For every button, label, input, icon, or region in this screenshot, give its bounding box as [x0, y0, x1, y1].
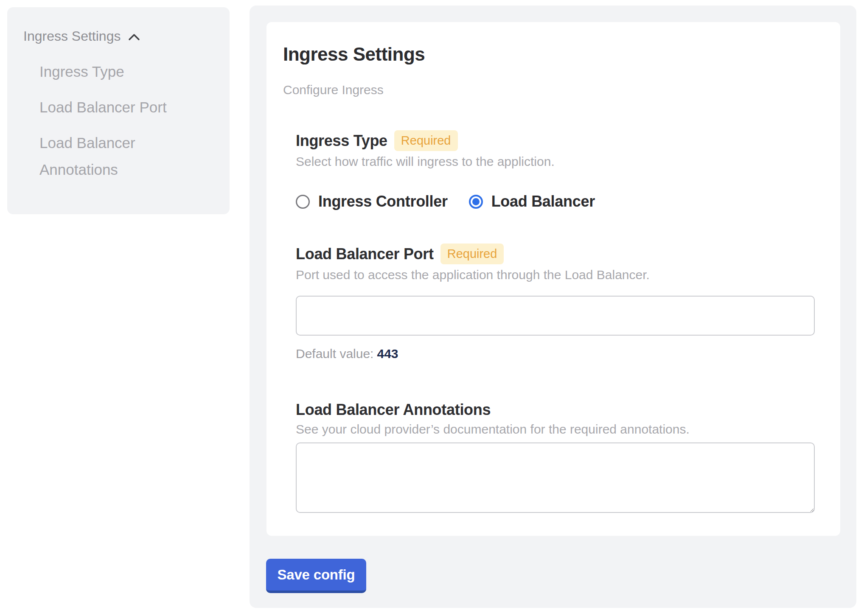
page-title: Ingress Settings: [283, 44, 815, 65]
field-load-balancer-annotations-head: Load Balancer Annotations: [296, 401, 815, 419]
field-ingress-type-description: Select how traffic will ingress to the a…: [296, 154, 815, 169]
radio-option-label: Load Balancer: [491, 193, 595, 210]
default-value-number: 443: [377, 347, 398, 361]
radio-option-label: Ingress Controller: [318, 193, 448, 210]
save-config-button[interactable]: Save config: [266, 559, 366, 593]
ingress-settings-panel: Ingress Settings Configure Ingress Ingre…: [250, 6, 856, 608]
ingress-type-radio-group: Ingress Controller Load Balancer: [296, 193, 815, 210]
sidebar-item-load-balancer-port[interactable]: Load Balancer Port: [39, 94, 171, 120]
sidebar-item-ingress-type[interactable]: Ingress Type: [39, 58, 171, 85]
required-badge: Required: [440, 244, 504, 264]
sidebar-item-load-balancer-annotations[interactable]: Load Balancer Annotations: [39, 129, 171, 183]
radio-dot: [472, 198, 480, 205]
default-value-label: Default value:: [296, 347, 373, 361]
field-ingress-type-head: Ingress Type Required: [296, 130, 815, 151]
field-load-balancer-port-description: Port used to access the application thro…: [296, 268, 815, 282]
field-ingress-type: Ingress Type Required Select how traffic…: [296, 130, 815, 210]
radio-unchecked-icon: [296, 195, 310, 209]
field-ingress-type-label: Ingress Type: [296, 132, 387, 150]
field-load-balancer-annotations-label: Load Balancer Annotations: [296, 401, 491, 419]
radio-checked-icon: [469, 195, 483, 209]
field-load-balancer-port-label: Load Balancer Port: [296, 245, 434, 263]
radio-option-ingress-controller[interactable]: Ingress Controller: [296, 193, 448, 210]
page-subtitle: Configure Ingress: [283, 83, 815, 97]
form-sections: Ingress Type Required Select how traffic…: [296, 130, 815, 513]
settings-sidebar: Ingress Settings Ingress Type Load Balan…: [7, 7, 230, 214]
required-badge: Required: [394, 130, 458, 151]
load-balancer-port-input[interactable]: [296, 296, 815, 336]
sidebar-group-label: Ingress Settings: [23, 28, 121, 45]
sidebar-item-list: Ingress Type Load Balancer Port Load Bal…: [23, 58, 217, 183]
radio-option-load-balancer[interactable]: Load Balancer: [469, 193, 595, 210]
field-load-balancer-port-head: Load Balancer Port Required: [296, 244, 815, 264]
sidebar-group-ingress-settings[interactable]: Ingress Settings: [23, 28, 217, 45]
chevron-up-icon: [128, 31, 140, 41]
field-load-balancer-annotations: Load Balancer Annotations See your cloud…: [296, 401, 815, 513]
ingress-settings-card: Ingress Settings Configure Ingress Ingre…: [266, 22, 840, 536]
default-value-line: Default value:443: [296, 347, 815, 361]
load-balancer-annotations-textarea[interactable]: [296, 442, 815, 513]
field-load-balancer-port: Load Balancer Port Required Port used to…: [296, 244, 815, 361]
field-load-balancer-annotations-description: See your cloud provider’s documentation …: [296, 422, 815, 437]
